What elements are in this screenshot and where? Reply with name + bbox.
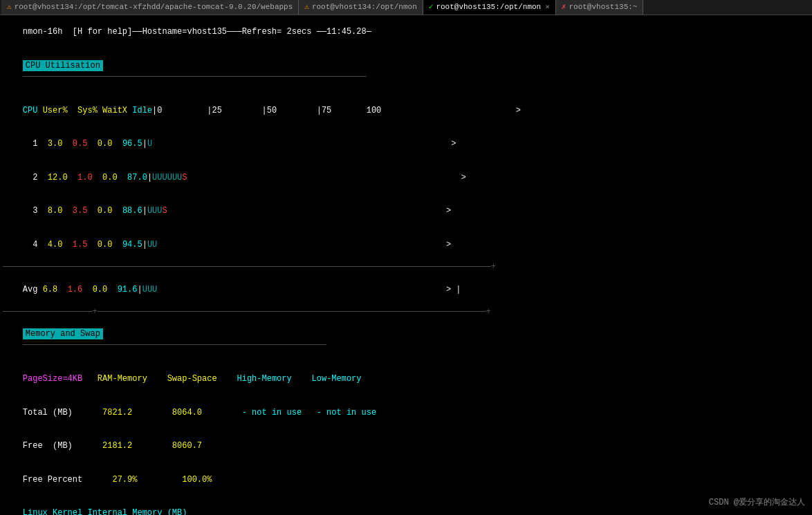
nmon-header-line: nmon-16h [H for help]——Hostname=vhost135…	[0, 15, 812, 49]
cpu-row-3: 3 8.0 3.5 0.0 88.6|UUUS >	[0, 194, 812, 228]
memory-free-row: Free (MB) 2181.2 8060.7	[0, 429, 812, 463]
tab-tomcat[interactable]: ⚠ root@vhost134:/opt/tomcat-xfzhdd/apach…	[1, 0, 299, 15]
watermark-text: CSDN @爱分享的淘金达人	[709, 498, 805, 507]
cpu-section-header: CPU Utilisation	[23, 60, 103, 71]
tab-nmon2[interactable]: ✓ root@vhost135:/opt/nmon ✕	[423, 0, 556, 15]
cpu-row-4: 4 4.0 1.5 0.0 94.5|UU >	[0, 228, 812, 262]
kernel-mem-header: Linux Kernel Internal Memory (MB)	[0, 496, 812, 515]
tab-tomcat-label: root@vhost134:/opt/tomcat-xfzhdd/apache-…	[15, 2, 293, 12]
tab-nmon1[interactable]: ⚠ root@vhost134:/opt/nmon	[299, 0, 423, 15]
memory-freepct-row: Free Percent 27.9% 100.0%	[0, 463, 812, 497]
cpu-section-header-line: CPU Utilisation ————————————————————————…	[0, 49, 812, 94]
memory-total-row: Total (MB) 7821.2 8064.0 - not in use - …	[0, 395, 812, 429]
memory-section-header: Memory and Swap	[23, 328, 103, 339]
tab-vhost135[interactable]: ✗ root@vhost135:~	[556, 0, 644, 15]
cpu-avg-row: Avg 6.8 1.6 0.0 91.6|UUU > |	[0, 272, 812, 306]
tab-close-button[interactable]: ✕	[545, 2, 550, 12]
warning-icon: ⚠	[7, 2, 12, 12]
cpu-sep1: ————————————————————————————————————————…	[0, 261, 812, 272]
check-icon: ✓	[429, 2, 434, 12]
watermark: CSDN @爱分享的淘金达人	[709, 497, 805, 508]
memory-sub-header: PageSize=4KB RAM-Memory Swap-Space High-…	[0, 362, 812, 396]
warning-icon2: ⚠	[304, 2, 309, 12]
cpu-row-1: 1 3.0 0.5 0.0 96.5|U >	[0, 127, 812, 161]
tab-nmon2-label: root@vhost135:/opt/nmon	[436, 2, 541, 12]
tab-vhost135-label: root@vhost135:~	[569, 2, 637, 12]
terminal: nmon-16h [H for help]——Hostname=vhost135…	[0, 15, 812, 515]
cpu-row-2: 2 12.0 1.0 0.0 87.0|UUUUUUS >	[0, 160, 812, 194]
tab-bar: ⚠ root@vhost134:/opt/tomcat-xfzhdd/apach…	[0, 0, 812, 15]
tab-nmon1-label: root@vhost134:/opt/nmon	[312, 2, 417, 12]
memory-section-header-line: Memory and Swap ————————————————————————…	[0, 317, 812, 362]
cpu-column-header: CPU User% Sys% WaitX Idle|0 |25 |50 |75 …	[0, 93, 812, 127]
cpu-sep2: ——————————————————+—————————————————————…	[0, 306, 812, 317]
error-icon: ✗	[562, 2, 566, 12]
nmon-header-text: nmon-16h [H for help]——Hostname=vhost135…	[23, 27, 371, 37]
